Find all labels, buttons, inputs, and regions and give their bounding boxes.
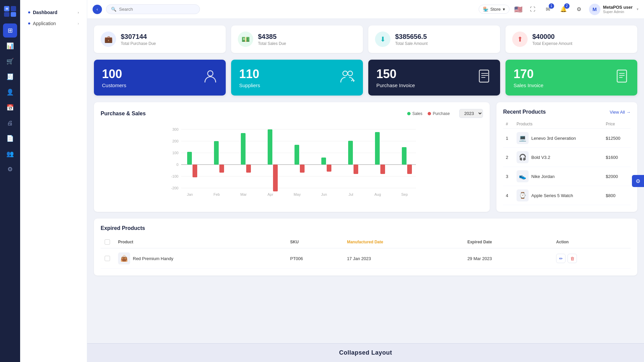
nav-panel: Dashboard › Application ›: [20, 0, 87, 362]
user-role: Super Admin: [603, 10, 633, 14]
svg-text:Aug: Aug: [374, 192, 381, 196]
nav-doc-icon[interactable]: 📄: [3, 131, 17, 145]
search-icon: 🔍: [111, 7, 116, 12]
dashboard-label: Dashboard: [33, 10, 57, 15]
application-label: Application: [33, 21, 56, 26]
sidebar-item-application[interactable]: Application ›: [23, 18, 84, 29]
product-img-3: 👟: [517, 170, 529, 182]
chart-title: Purchase & Sales: [101, 111, 146, 117]
action-buttons: ✏ 🗑: [556, 254, 627, 263]
chart-header: Purchase & Sales Sales Purchase 2023 2: [101, 109, 483, 118]
svg-text:200: 200: [172, 139, 178, 143]
store-selector[interactable]: 🏪 Store ▾: [479, 5, 509, 14]
svg-rect-34: [246, 165, 251, 173]
stat-card-sales-due: 💵 $4385 Total Sales Due: [231, 25, 363, 53]
svg-text:M: M: [6, 7, 8, 10]
svg-text:100: 100: [172, 151, 178, 155]
nav-invoice-icon[interactable]: 🧾: [3, 70, 17, 84]
color-cards-row: 100 Customers 110 Suppliers: [94, 60, 637, 96]
legend-sales: Sales: [407, 111, 422, 116]
svg-rect-43: [327, 165, 331, 172]
svg-text:Sep: Sep: [401, 192, 408, 196]
select-all-checkbox[interactable]: [105, 239, 110, 245]
nav-people-icon[interactable]: 👤: [3, 85, 17, 99]
svg-rect-30: [214, 141, 219, 165]
nav-cart-icon[interactable]: 🛒: [3, 54, 17, 68]
purchase-invoice-icon: [477, 69, 492, 86]
search-input[interactable]: [119, 7, 186, 12]
customers-num: 100: [102, 67, 126, 81]
col-hash: #: [503, 120, 514, 129]
year-select[interactable]: 2023 2022: [459, 109, 483, 118]
color-card-suppliers[interactable]: 110 Suppliers: [231, 60, 363, 96]
nav-chart-icon[interactable]: 📊: [3, 39, 17, 53]
product-price-4: $800: [603, 186, 631, 205]
color-card-purchase-invoice[interactable]: 150 Purchase Invoice: [368, 60, 500, 96]
mail-button[interactable]: ✉ 1: [543, 4, 553, 15]
dashboard-chevron-icon: ›: [78, 11, 79, 14]
stat-card-sale-amount: ⬇ $385656.5 Total Sale Amount: [368, 25, 500, 53]
product-num: 3: [503, 167, 514, 186]
product-img-4: ⌚: [517, 189, 529, 201]
table-row: 3 👟 Nike Jordan $2000: [503, 167, 631, 186]
svg-point-5: [208, 71, 213, 76]
sales-due-value: $4385: [258, 33, 286, 41]
expired-products-title: Expired Products: [101, 225, 631, 231]
suppliers-label: Suppliers: [239, 82, 260, 88]
fullscreen-button[interactable]: ⛶: [527, 4, 538, 15]
settings-fab-button[interactable]: ⚙: [632, 175, 644, 187]
svg-rect-51: [402, 147, 407, 165]
sales-invoice-label: Sales Invoice: [514, 82, 543, 88]
purchase-legend-dot: [428, 112, 431, 115]
color-card-customers[interactable]: 100 Customers: [94, 60, 226, 96]
view-all-button[interactable]: View All →: [610, 110, 631, 115]
settings-header-button[interactable]: ⚙: [574, 4, 584, 15]
table-row: 2 🎧 Bold V3.2 $1600: [503, 148, 631, 167]
bottom-section: Purchase & Sales Sales Purchase 2023 2: [94, 102, 637, 212]
flag-icon[interactable]: 🇺🇸: [514, 5, 523, 13]
svg-rect-12: [617, 70, 627, 82]
product-cell: ⌚ Apple Series 5 Watch: [514, 186, 603, 205]
nav-dashboard-icon[interactable]: ⊞: [3, 23, 17, 38]
chart-legend: Sales Purchase 2023 2022: [407, 109, 483, 118]
collapsed-bar-label: Collapsed Layout: [339, 349, 392, 356]
purchase-due-value: $307144: [121, 33, 156, 41]
product-name-3: Nike Jordan: [531, 174, 554, 179]
user-info[interactable]: M MetaPOS user Super Admin ▾: [589, 4, 639, 15]
purchase-due-label: Total Purchase Due: [121, 41, 156, 46]
sidebar-item-dashboard[interactable]: Dashboard ›: [23, 7, 84, 18]
svg-text:May: May: [294, 192, 301, 196]
product-name-1: Lenevo 3rd Generation: [531, 136, 576, 141]
svg-text:-100: -100: [171, 174, 178, 178]
delete-button[interactable]: 🗑: [568, 254, 577, 263]
dashboard-dot: [28, 11, 30, 13]
customers-icon: [203, 69, 218, 86]
nav-user-icon[interactable]: 👥: [3, 147, 17, 161]
svg-rect-3: [11, 12, 16, 17]
col-expired: Expired Date: [463, 236, 552, 248]
collapse-button[interactable]: ‹: [93, 5, 102, 14]
app-logo[interactable]: M: [3, 4, 17, 19]
bell-button[interactable]: 🔔 2: [558, 4, 569, 15]
product-cell: 🎧 Bold V3.2: [514, 148, 603, 167]
sales-legend-dot: [407, 112, 411, 115]
color-card-sales-invoice[interactable]: 170 Sales Invoice: [505, 60, 637, 96]
expired-sku: PT006: [286, 248, 343, 269]
application-dot: [28, 22, 30, 24]
svg-text:Mar: Mar: [240, 192, 247, 196]
product-img-1: 💻: [517, 132, 529, 144]
nav-calendar-icon[interactable]: 📅: [3, 101, 17, 115]
nav-print-icon[interactable]: 🖨: [3, 116, 17, 130]
bar-chart-svg: 300 200 100 0 -100 -200 Jan: [101, 123, 483, 203]
expense-icon: ⬆: [512, 32, 528, 47]
row-select-checkbox[interactable]: [105, 256, 110, 261]
nav-settings-icon[interactable]: ⚙: [3, 162, 17, 176]
expired-products-card: Expired Products Product SKU Manufacture…: [94, 219, 637, 276]
search-box[interactable]: 🔍: [106, 4, 200, 14]
edit-button[interactable]: ✏: [556, 254, 566, 263]
sales-invoice-num: 170: [514, 67, 543, 81]
store-chevron-icon: ▾: [503, 7, 505, 12]
product-cell: 💻 Lenevo 3rd Generation: [514, 129, 603, 148]
svg-point-6: [343, 71, 347, 76]
svg-rect-52: [407, 165, 412, 174]
